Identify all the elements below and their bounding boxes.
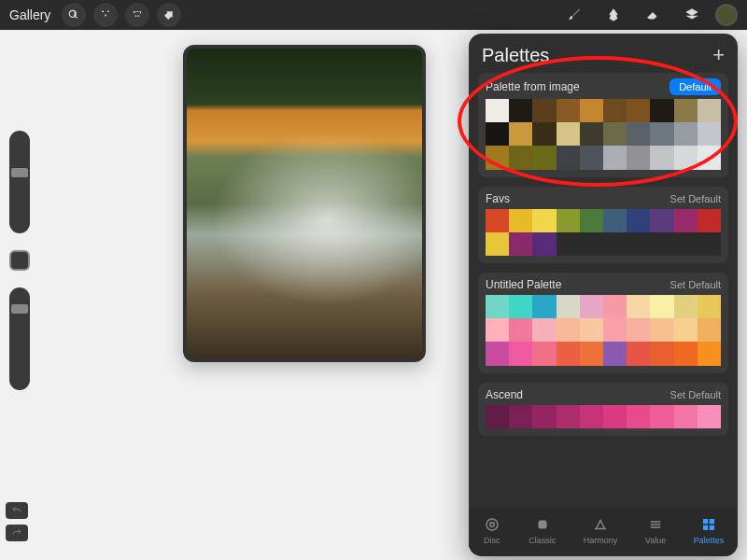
color-swatch[interactable] (580, 209, 603, 232)
color-swatch[interactable] (486, 295, 509, 318)
undo-button[interactable] (6, 502, 28, 519)
color-swatch[interactable] (580, 318, 603, 342)
nav-value[interactable]: Value (645, 515, 666, 545)
color-swatch[interactable] (698, 342, 721, 365)
color-swatch[interactable] (603, 318, 627, 342)
brush-size-slider[interactable] (9, 131, 30, 233)
color-swatch[interactable] (627, 295, 650, 318)
color-swatch[interactable] (627, 318, 650, 342)
color-swatch[interactable] (580, 122, 603, 146)
color-swatch[interactable] (650, 122, 673, 146)
eraser-icon[interactable] (642, 5, 663, 25)
color-swatch[interactable] (557, 146, 580, 169)
set-default-button[interactable]: Set Default (670, 193, 721, 204)
color-swatch[interactable] (532, 122, 556, 146)
color-swatch[interactable] (603, 405, 627, 428)
actions-icon[interactable] (62, 3, 86, 27)
color-swatch[interactable] (509, 405, 532, 428)
color-swatch[interactable] (509, 342, 532, 365)
color-swatch[interactable] (650, 209, 673, 232)
set-default-button[interactable]: Set Default (670, 389, 721, 400)
color-swatch[interactable] (580, 342, 603, 365)
nav-disc[interactable]: Disc (483, 515, 501, 545)
color-swatch[interactable] (674, 295, 698, 318)
nav-harmony[interactable]: Harmony (584, 515, 618, 545)
color-swatch[interactable] (674, 122, 698, 146)
color-swatch[interactable] (532, 209, 556, 232)
color-swatch[interactable] (509, 122, 532, 146)
slider-knob[interactable] (11, 304, 28, 314)
color-swatch[interactable] (557, 342, 580, 365)
color-swatch[interactable] (580, 295, 603, 318)
smudge-icon[interactable] (603, 5, 624, 25)
color-swatch[interactable] (698, 232, 721, 256)
color-swatch[interactable] (580, 99, 603, 122)
color-swatch[interactable] (698, 318, 721, 342)
color-swatch[interactable] (486, 318, 509, 342)
color-swatch[interactable] (650, 405, 673, 428)
color-swatch[interactable] (627, 342, 650, 365)
transform-icon[interactable] (157, 3, 181, 27)
color-swatch[interactable] (698, 99, 721, 122)
color-swatch[interactable] (509, 232, 532, 256)
color-swatch[interactable] (627, 146, 650, 169)
nav-classic[interactable]: Classic (529, 515, 556, 545)
add-palette-button[interactable]: + (712, 43, 725, 67)
color-swatch[interactable] (674, 146, 698, 169)
color-swatch[interactable] (698, 122, 721, 146)
palette-name[interactable]: Palette from image (486, 80, 580, 93)
color-swatch[interactable] (603, 342, 627, 365)
color-swatch[interactable] (627, 99, 650, 122)
color-swatch[interactable] (674, 99, 698, 122)
color-swatch[interactable] (580, 146, 603, 169)
color-swatch[interactable] (532, 405, 556, 428)
color-swatch[interactable] (557, 318, 580, 342)
nav-palettes[interactable]: Palettes (694, 515, 725, 545)
color-swatch[interactable] (603, 146, 627, 169)
color-swatch[interactable] (650, 295, 673, 318)
palette-name[interactable]: Favs (486, 192, 510, 205)
color-swatch[interactable] (603, 122, 627, 146)
color-swatch[interactable] (486, 146, 509, 169)
active-color-chip[interactable] (715, 4, 738, 26)
color-swatch[interactable] (627, 405, 650, 428)
layers-icon[interactable] (682, 5, 702, 25)
color-swatch[interactable] (674, 405, 698, 428)
default-badge[interactable]: Default (669, 78, 721, 95)
color-swatch[interactable] (698, 209, 721, 232)
redo-button[interactable] (6, 525, 28, 541)
color-swatch[interactable] (698, 295, 721, 318)
color-swatch[interactable] (603, 209, 627, 232)
color-swatch[interactable] (509, 99, 532, 122)
color-swatch[interactable] (509, 318, 532, 342)
brush-icon[interactable] (564, 5, 585, 25)
color-swatch[interactable] (532, 342, 556, 365)
color-swatch[interactable] (557, 209, 580, 232)
color-swatch[interactable] (486, 232, 509, 256)
color-swatch[interactable] (650, 99, 673, 122)
set-default-button[interactable]: Set Default (670, 279, 721, 290)
color-swatch[interactable] (650, 318, 673, 342)
palette-name[interactable]: Untitled Palette (486, 278, 561, 291)
color-swatch[interactable] (627, 209, 650, 232)
color-swatch[interactable] (509, 209, 532, 232)
color-swatch[interactable] (698, 146, 721, 169)
canvas[interactable] (183, 45, 426, 362)
color-swatch[interactable] (580, 232, 603, 256)
color-swatch[interactable] (580, 405, 603, 428)
gallery-button[interactable]: Gallery (9, 7, 50, 22)
color-swatch[interactable] (532, 295, 556, 318)
color-swatch[interactable] (486, 342, 509, 365)
color-swatch[interactable] (603, 99, 627, 122)
color-swatch[interactable] (486, 209, 509, 232)
color-swatch[interactable] (698, 405, 721, 428)
color-swatch[interactable] (532, 232, 556, 256)
adjustments-icon[interactable] (93, 3, 118, 27)
color-swatch[interactable] (532, 146, 556, 169)
color-swatch[interactable] (674, 342, 698, 365)
color-swatch[interactable] (557, 122, 580, 146)
color-swatch[interactable] (674, 318, 698, 342)
color-swatch[interactable] (557, 232, 580, 256)
selection-icon[interactable] (125, 3, 149, 27)
color-swatch[interactable] (486, 122, 509, 146)
